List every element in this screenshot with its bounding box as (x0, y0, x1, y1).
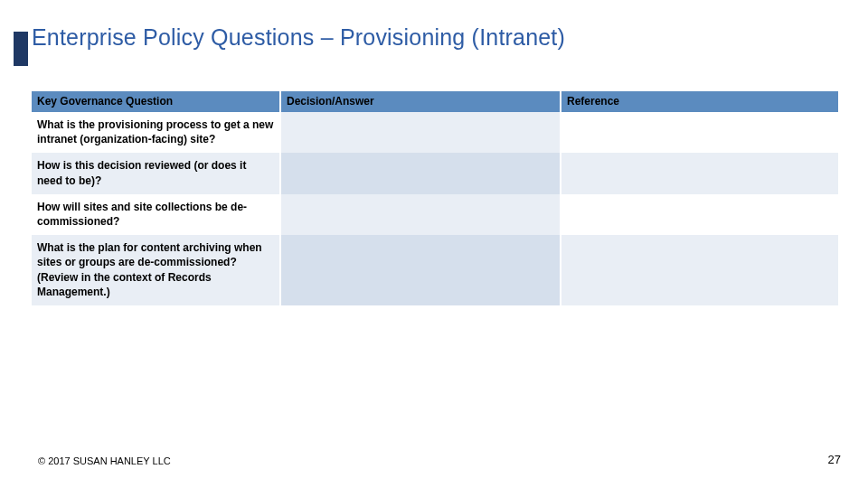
cell-decision (280, 153, 561, 193)
table-row: How is this decision reviewed (or does i… (32, 153, 838, 193)
table-row: What is the plan for content archiving w… (32, 235, 838, 305)
cell-decision (280, 235, 561, 305)
cell-reference (561, 112, 838, 153)
cell-question: What is the plan for content archiving w… (32, 235, 280, 305)
cell-decision (280, 194, 561, 235)
col-header-question: Key Governance Question (32, 91, 280, 112)
table-row: What is the provisioning process to get … (32, 112, 838, 153)
cell-reference (561, 153, 838, 193)
table-header-row: Key Governance Question Decision/Answer … (32, 91, 838, 112)
footer-page-number: 27 (828, 453, 841, 466)
cell-question: How will sites and site collections be d… (32, 194, 280, 235)
cell-question: What is the provisioning process to get … (32, 112, 280, 153)
cell-decision (280, 112, 561, 153)
col-header-reference: Reference (561, 91, 838, 112)
slide: Enterprise Policy Questions – Provisioni… (0, 0, 868, 488)
slide-title: Enterprise Policy Questions – Provisioni… (32, 24, 565, 51)
table-row: How will sites and site collections be d… (32, 194, 838, 235)
cell-reference (561, 235, 838, 305)
cell-question: How is this decision reviewed (or does i… (32, 153, 280, 193)
governance-table: Key Governance Question Decision/Answer … (32, 91, 838, 305)
title-accent-block (14, 32, 28, 66)
footer-copyright: © 2017 SUSAN HANLEY LLC (38, 455, 171, 466)
col-header-decision: Decision/Answer (280, 91, 561, 112)
cell-reference (561, 194, 838, 235)
